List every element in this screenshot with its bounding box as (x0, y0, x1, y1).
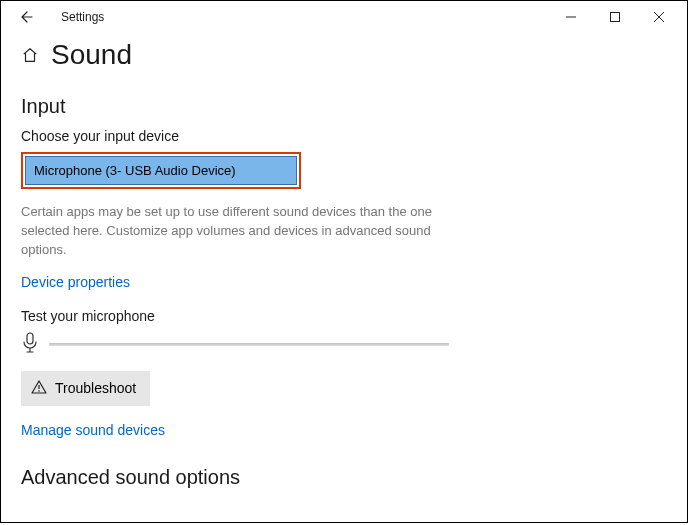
close-icon (654, 12, 664, 22)
maximize-button[interactable] (593, 5, 637, 29)
svg-rect-4 (27, 333, 33, 344)
minimize-icon (566, 12, 576, 22)
microphone-icon (21, 332, 39, 357)
mic-test-row (21, 332, 667, 357)
input-device-highlight: Microphone (3- USB Audio Device) (21, 152, 301, 189)
input-heading: Input (21, 95, 667, 118)
content: Sound Input Choose your input device Mic… (1, 39, 687, 489)
home-icon[interactable] (21, 46, 39, 64)
input-device-dropdown[interactable]: Microphone (3- USB Audio Device) (25, 156, 297, 185)
mic-level-bar (49, 343, 449, 346)
input-helper-text: Certain apps may be set up to use differ… (21, 203, 461, 260)
svg-point-6 (38, 390, 40, 392)
device-properties-link[interactable]: Device properties (21, 274, 130, 290)
window-controls (549, 5, 681, 29)
back-arrow-icon (17, 9, 33, 25)
manage-sound-devices-link[interactable]: Manage sound devices (21, 422, 165, 438)
warning-icon (31, 379, 47, 398)
page-title: Sound (51, 39, 132, 71)
troubleshoot-label: Troubleshoot (55, 380, 136, 396)
settings-window: Settings Sound (0, 0, 688, 523)
svg-rect-1 (611, 13, 620, 22)
close-button[interactable] (637, 5, 681, 29)
page-title-row: Sound (21, 39, 667, 71)
minimize-button[interactable] (549, 5, 593, 29)
window-title: Settings (61, 10, 104, 24)
test-mic-label: Test your microphone (21, 308, 667, 324)
choose-input-label: Choose your input device (21, 128, 667, 144)
advanced-heading: Advanced sound options (21, 466, 667, 489)
maximize-icon (610, 12, 620, 22)
troubleshoot-button[interactable]: Troubleshoot (21, 371, 150, 406)
back-button[interactable] (13, 9, 37, 25)
